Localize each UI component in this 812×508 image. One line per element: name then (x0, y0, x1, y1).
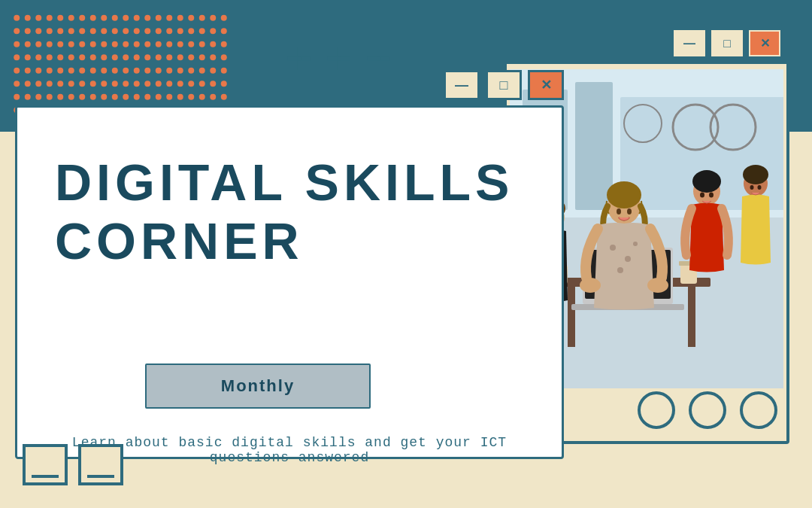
main-title-area: DIGITAL SKILLS CORNER (55, 153, 514, 270)
svg-point-34 (758, 185, 762, 190)
svg-point-20 (625, 256, 631, 262)
svg-point-26 (627, 208, 632, 214)
dot-grid-decoration (11, 11, 229, 117)
svg-point-28 (692, 170, 721, 193)
main-title: DIGITAL SKILLS CORNER (55, 153, 514, 270)
bottom-left-squares-decoration (23, 444, 123, 485)
right-window-minimize-button[interactable]: — (674, 30, 705, 56)
plus-icon-3: ✛ (365, 44, 392, 75)
plus-icons-decoration: ✛ ✛ ✛ (286, 44, 392, 75)
svg-rect-9 (568, 287, 575, 347)
svg-rect-10 (688, 287, 695, 347)
svg-point-29 (700, 193, 704, 198)
monthly-badge-label: Monthly (221, 376, 295, 396)
svg-point-23 (580, 278, 601, 293)
right-window-maximize-button[interactable]: □ (711, 30, 743, 56)
plus-icon-2: ✛ (326, 44, 352, 75)
deco-square-1 (23, 444, 68, 485)
main-card: — □ ✕ DIGITAL SKILLS CORNER Monthly Lear… (15, 105, 564, 459)
monthly-badge[interactable]: Monthly (145, 364, 371, 409)
svg-point-24 (647, 278, 668, 293)
deco-circle-2 (689, 391, 726, 429)
right-window-close-button[interactable]: ✕ (749, 30, 780, 56)
plus-icon-1: ✛ (286, 44, 312, 75)
svg-rect-3 (575, 82, 613, 210)
deco-square-2 (78, 444, 123, 485)
right-window-titlebar: — □ ✕ (504, 23, 789, 64)
main-window-close-button[interactable]: ✕ (528, 70, 564, 100)
svg-point-21 (617, 267, 623, 273)
svg-point-30 (709, 193, 714, 198)
svg-point-19 (610, 245, 616, 251)
main-window-maximize-button[interactable]: □ (486, 70, 522, 100)
deco-circle-1 (638, 391, 675, 429)
deco-circle-3 (740, 391, 777, 429)
svg-point-33 (750, 185, 754, 190)
svg-point-32 (743, 165, 768, 184)
svg-point-18 (607, 181, 641, 208)
deco-square-line-1 (32, 475, 59, 478)
svg-point-22 (633, 242, 638, 246)
main-card-window-buttons: — □ ✕ (444, 70, 564, 100)
svg-point-25 (617, 208, 621, 214)
main-window-minimize-button[interactable]: — (444, 70, 480, 100)
deco-square-line-2 (87, 475, 114, 478)
